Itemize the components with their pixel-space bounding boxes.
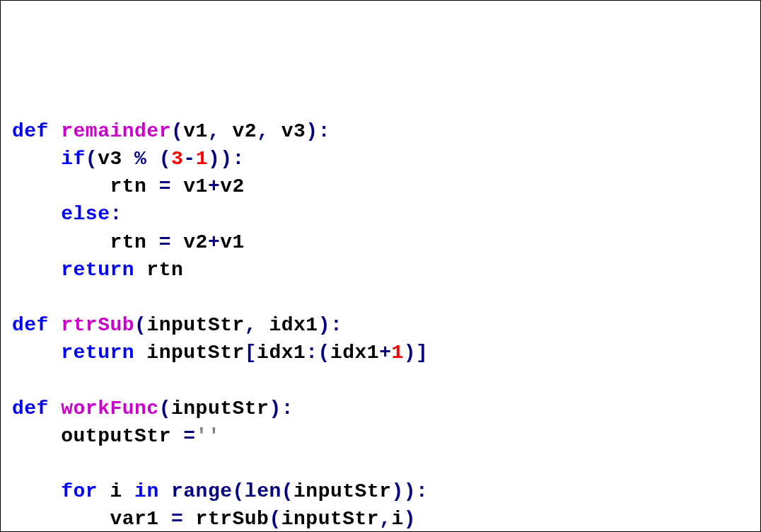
token-op: = (171, 508, 183, 530)
token-op: = (159, 231, 171, 253)
indent (12, 148, 61, 170)
code-block: def remainder(v1, v2, v3): if(v3 % (3-1)… (12, 117, 749, 532)
token-paren: ( (233, 480, 245, 502)
token-kw: return (61, 342, 134, 364)
token-paren: ( (159, 398, 171, 420)
token-paren: ( (134, 314, 146, 336)
token-id: v1 (220, 231, 245, 253)
indent (12, 508, 110, 530)
token-sp (146, 231, 158, 253)
token-paren: ): (318, 314, 343, 336)
code-line: if(v3 % (3-1)): (12, 145, 749, 173)
token-sp (122, 480, 134, 502)
indent (12, 425, 61, 447)
token-sp (269, 120, 281, 142)
token-kw: def (12, 398, 49, 420)
token-sp (159, 508, 171, 530)
token-id: v2 (220, 175, 245, 197)
code-line: else: (12, 200, 749, 228)
token-paren: , (257, 120, 269, 142)
indent (12, 231, 110, 253)
token-sp (134, 259, 146, 281)
token-id: idx1 (330, 342, 379, 364)
code-line (12, 284, 749, 311)
token-op: + (379, 342, 391, 364)
token-paren: ( (159, 148, 171, 170)
token-sp (146, 148, 158, 170)
token-id: i (391, 508, 403, 530)
token-str: '' (196, 425, 221, 447)
token-op: - (183, 148, 195, 170)
token-func: remainder (61, 120, 171, 142)
token-paren: : (110, 203, 122, 225)
token-paren: ( (171, 120, 183, 142)
code-line: for i in range(len(inputStr)): (12, 478, 749, 505)
token-id: v2 (183, 231, 208, 253)
token-func: workFunc (61, 398, 158, 420)
token-id: v1 (183, 120, 208, 142)
token-sp (183, 508, 195, 530)
code-line: outputStr ='' (12, 422, 749, 450)
token-id: rtn (110, 175, 146, 197)
token-paren: ): (269, 398, 294, 420)
token-paren: [ (245, 342, 257, 364)
token-sp (220, 120, 232, 142)
token-paren: ( (86, 148, 98, 170)
token-paren: ): (306, 120, 330, 142)
token-kw: def (12, 120, 49, 142)
token-sp (134, 342, 146, 364)
code-line: var1 = rtrSub(inputStr,i) (12, 505, 749, 532)
token-sp (146, 175, 158, 197)
token-id: outputStr (61, 425, 171, 447)
indent (12, 259, 61, 281)
token-kw: for (61, 480, 98, 502)
token-paren: :( (306, 342, 330, 364)
token-sp (49, 398, 61, 420)
token-id: rtrSub (196, 508, 269, 530)
token-id: rtn (110, 231, 146, 253)
token-id: idx1 (257, 342, 306, 364)
token-sp (171, 425, 183, 447)
token-sp (122, 148, 134, 170)
token-kw: def (12, 314, 49, 336)
token-sp (98, 480, 110, 502)
blank-line (12, 453, 24, 475)
token-id: inputStr (171, 398, 269, 420)
token-kw: return (61, 259, 134, 281)
code-line (12, 450, 749, 478)
code-line: rtn = v2+v1 (12, 229, 749, 256)
token-op: = (183, 425, 195, 447)
indent (12, 342, 61, 364)
token-id: v1 (183, 175, 208, 197)
token-sp (159, 480, 171, 502)
token-paren: , (245, 314, 257, 336)
token-paren: , (379, 508, 391, 530)
blank-line (12, 369, 24, 391)
indent (12, 480, 61, 502)
code-line: return rtn (12, 256, 749, 284)
token-id: var1 (110, 508, 158, 530)
token-op: % (134, 148, 146, 170)
blank-line (12, 287, 24, 308)
token-id: inputStr (146, 314, 244, 336)
token-id: inputStr (146, 342, 244, 364)
token-kw: in (134, 480, 159, 502)
token-id: v2 (233, 120, 257, 142)
code-line: def workFunc(inputStr): (12, 395, 749, 422)
token-kw: if (61, 148, 86, 170)
token-paren: )): (208, 148, 245, 170)
token-func: rtrSub (61, 314, 134, 336)
indent (12, 203, 61, 225)
token-op: + (208, 175, 220, 197)
token-builtin: len (245, 480, 281, 502)
token-sp (49, 120, 61, 142)
token-id: v3 (98, 148, 122, 170)
token-id: inputStr (294, 480, 391, 502)
token-id: v3 (281, 120, 306, 142)
token-id: idx1 (269, 314, 318, 336)
indent (12, 175, 110, 197)
code-line (12, 366, 749, 394)
token-paren: , (208, 120, 220, 142)
code-line: def rtrSub(inputStr, idx1): (12, 311, 749, 339)
token-id: rtn (146, 259, 183, 281)
